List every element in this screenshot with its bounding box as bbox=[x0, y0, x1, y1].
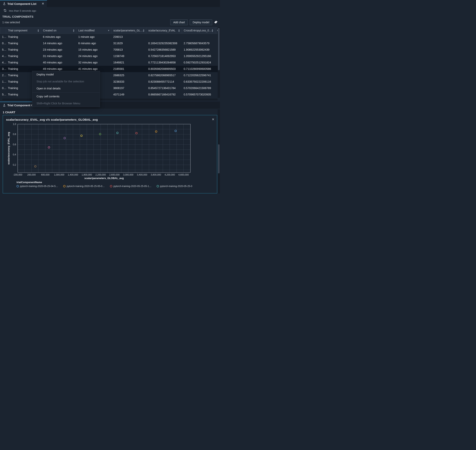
svg-text:4,200,000: 4,200,000 bbox=[165, 173, 175, 176]
table-cell: 32 minutes ago bbox=[76, 59, 111, 66]
svg-text:2,200,000: 2,200,000 bbox=[96, 173, 106, 176]
svg-point-67 bbox=[17, 185, 19, 187]
deploy-model-button[interactable]: Deploy model bbox=[190, 19, 212, 25]
add-chart-button[interactable]: Add chart bbox=[170, 19, 188, 25]
table-cell: 4371149 bbox=[111, 91, 146, 98]
sort-icon[interactable]: ▲▼ bbox=[211, 29, 214, 32]
menu-stop-job-disabled: Stop job not available for the selection bbox=[32, 78, 100, 85]
svg-text:pytorch-training-2020-05-25-05: pytorch-training-2020-05-25-05-0… bbox=[67, 185, 105, 188]
col-created-on[interactable]: Created on▲▼ bbox=[41, 27, 76, 34]
table-cell: 3808197 bbox=[111, 85, 146, 91]
col-parameters-global[interactable]: scalar/parameters_GL…▲▼ bbox=[111, 27, 146, 34]
table-cell: 24 minutes ago bbox=[76, 53, 111, 59]
table-cell: 1.908922553062439 bbox=[182, 47, 215, 53]
menu-open-trial-details[interactable]: Open in trial details bbox=[32, 85, 100, 92]
table-row[interactable]: 4…Training40 minutes ago32 minutes ago16… bbox=[0, 59, 220, 66]
svg-text:pytorch-training-2020-05-25-04: pytorch-training-2020-05-25-04-5… bbox=[20, 185, 58, 188]
vertical-scrollbar[interactable] bbox=[218, 27, 220, 98]
menu-deploy-model[interactable]: Deploy model bbox=[32, 71, 100, 78]
svg-point-55 bbox=[175, 130, 176, 132]
svg-rect-54 bbox=[18, 124, 190, 172]
table-cell: 1646821 bbox=[111, 59, 146, 66]
list-tab-bar: Trial Component List ✕ bbox=[0, 0, 220, 7]
table-cell: 40 minutes ago bbox=[41, 59, 76, 66]
table-cell: 3238333 bbox=[111, 78, 146, 85]
svg-text:1,800,000: 1,800,000 bbox=[82, 173, 92, 176]
svg-text:pytorch-training-2020-05-25-05: pytorch-training-2020-05-25-05-1… bbox=[113, 185, 151, 188]
svg-text:3,800,000: 3,800,000 bbox=[151, 173, 161, 176]
svg-text:scalar/accuracy_EVAL_avg: scalar/accuracy_EVAL_avg bbox=[7, 132, 10, 165]
table-cell: 1158749 bbox=[111, 53, 146, 59]
table-cell: 0.8665667166416792 bbox=[146, 91, 182, 98]
svg-text:1,000,000: 1,000,000 bbox=[54, 173, 64, 176]
table-row[interactable]: 5…Training23 minutes ago15 minutes ago70… bbox=[0, 47, 220, 53]
table-row[interactable]: 4…Training31 minutes ago24 minutes ago11… bbox=[0, 53, 220, 59]
table-cell: 15 minutes ago bbox=[76, 47, 111, 53]
trial-component-chart-panel: Trial Component Chart ✕ 1 CHART scalar/a… bbox=[0, 102, 220, 193]
table-cell: 14 minutes ago bbox=[41, 40, 76, 47]
flask-icon bbox=[3, 2, 6, 5]
table-cell: 6 minutes ago bbox=[41, 34, 76, 40]
chart-section-title: 1 CHART bbox=[0, 109, 220, 115]
table-row[interactable]: 1…Training6 minutes ago1 minute ago23901… bbox=[0, 34, 220, 40]
menu-shift-hint: Shift+Right Click for Browser Menu bbox=[32, 100, 100, 107]
scatter-plot[interactable]: -200,000200,000600,0001,000,0001,400,000… bbox=[6, 123, 192, 191]
table-cell: Training bbox=[6, 59, 41, 66]
table-cell: 0.5702066421508789 bbox=[182, 85, 215, 91]
menu-copy-cell[interactable]: Copy cell contents bbox=[32, 93, 100, 100]
table-cell: 2.758056879043579 bbox=[182, 40, 215, 47]
refresh-text: less than 5 seconds ago bbox=[9, 9, 36, 12]
svg-text:2,600,000: 2,600,000 bbox=[109, 173, 120, 176]
gear-icon[interactable] bbox=[214, 20, 218, 24]
table-cell: 0.7721139430284858 bbox=[146, 59, 182, 66]
sort-icon[interactable]: ▲▼ bbox=[37, 29, 39, 32]
vertical-scrollbar[interactable] bbox=[218, 109, 220, 193]
table-cell bbox=[182, 34, 215, 40]
chevron-down-icon[interactable]: ▼ bbox=[108, 30, 110, 31]
svg-text:0.4: 0.4 bbox=[13, 153, 16, 156]
svg-text:pytorch-training-2020-05-25-05: pytorch-training-2020-05-25-05-2… bbox=[160, 185, 192, 188]
table-cell: Training bbox=[6, 34, 41, 40]
table-cell: 239013 bbox=[111, 34, 146, 40]
col-trial-component[interactable]: Trial component▲▼ bbox=[6, 27, 41, 34]
sort-icon[interactable]: ▲▼ bbox=[143, 29, 145, 32]
svg-text:trialComponentName: trialComponentName bbox=[17, 181, 42, 184]
svg-text:scalar/parameters_GLOBAL_avg: scalar/parameters_GLOBAL_avg bbox=[84, 177, 124, 180]
table-cell: Training bbox=[6, 40, 41, 47]
table-cell: 0… bbox=[0, 40, 6, 47]
col-crossentropy[interactable]: CrossEntropyLoss_0_…▲▼ bbox=[182, 27, 215, 34]
table-cell: 23 minutes ago bbox=[41, 47, 76, 53]
table-cell: 6 minutes ago bbox=[76, 40, 111, 47]
table-cell: 0.7256371814092953 bbox=[146, 53, 182, 59]
svg-text:200,000: 200,000 bbox=[27, 173, 36, 176]
svg-text:0.8: 0.8 bbox=[13, 133, 16, 136]
table-cell: 0.8545727136431784 bbox=[146, 85, 182, 91]
close-icon[interactable]: ✕ bbox=[42, 2, 44, 6]
svg-text:1,400,000: 1,400,000 bbox=[68, 173, 78, 176]
sort-icon[interactable]: ▲▼ bbox=[72, 29, 75, 32]
table-cell: 0.16941529235382308 bbox=[146, 40, 182, 47]
svg-point-71 bbox=[110, 185, 112, 187]
table-cell: 4… bbox=[0, 53, 6, 59]
trial-component-list-panel: Trial Component List ✕ less than 5 secon… bbox=[0, 0, 220, 101]
table-row[interactable]: 0…Training14 minutes ago6 minutes ago311… bbox=[0, 40, 220, 47]
context-menu: Deploy model Stop job not available for … bbox=[32, 71, 100, 107]
col-last-modified[interactable]: Last modified▼ bbox=[76, 27, 111, 34]
table-cell: 2185581 bbox=[111, 66, 146, 72]
svg-point-59 bbox=[99, 133, 101, 135]
table-cell: 1… bbox=[0, 78, 6, 85]
table-cell: 5… bbox=[0, 47, 6, 53]
table-cell: Training bbox=[6, 47, 41, 53]
close-icon[interactable]: ✕ bbox=[212, 118, 214, 121]
svg-text:3,400,000: 3,400,000 bbox=[137, 173, 147, 176]
col-accuracy-eval[interactable]: scalar/accuracy_EVAL▲▼ bbox=[146, 27, 182, 34]
list-tab[interactable]: Trial Component List ✕ bbox=[0, 0, 47, 7]
col-idx[interactable] bbox=[0, 27, 6, 34]
table-cell bbox=[146, 34, 182, 40]
table-cell: 311629 bbox=[111, 40, 146, 47]
table-cell: 4… bbox=[0, 59, 6, 66]
sort-icon[interactable]: ▲▼ bbox=[178, 29, 180, 32]
table-cell: 0.7110280990600586 bbox=[182, 66, 215, 72]
action-buttons: Add chart Deploy model bbox=[170, 19, 218, 25]
refresh-icon[interactable] bbox=[4, 9, 6, 13]
